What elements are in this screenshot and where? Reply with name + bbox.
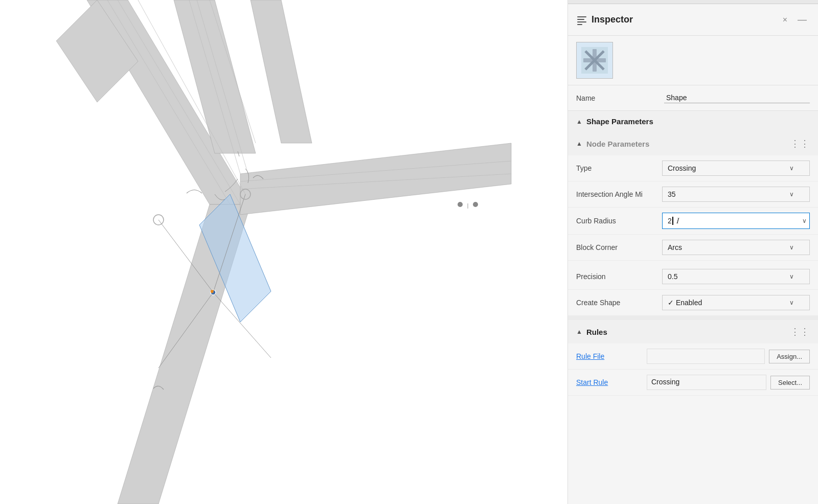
assign-rule-file-button[interactable]: Assign... [769,350,810,363]
svg-rect-30 [577,21,586,22]
rules-section: Rule File Assign... Start Rule Crossing … [568,343,818,396]
svg-rect-31 [577,24,582,25]
create-shape-label: Create Shape [576,299,658,307]
type-dropdown-arrow: ∨ [789,165,794,172]
thumbnail-area [568,36,818,85]
i-beam-cursor: 𝐼 [676,216,679,225]
node-parameters-section: Type Crossing ∨ Intersection Angle Mi 35… [568,155,818,316]
block-corner-arrow: ∨ [789,244,794,251]
svg-point-25 [473,202,478,207]
inspector-panel-icon [576,14,587,26]
intersection-angle-value: 35 [668,190,676,198]
node-parameters-chevron: ▲ [576,140,582,147]
inspector-close-button[interactable]: × [780,14,790,26]
shape-parameters-chevron: ▲ [576,118,582,125]
panel-top-bar [568,0,818,4]
canvas-area[interactable] [0,0,567,504]
curb-radius-dropdown-arrow: ∨ [802,217,807,224]
inspector-panel: Inspector × — Name ▲ Shape Parameters [567,0,818,504]
type-dropdown[interactable]: Crossing ∨ [662,161,810,176]
name-input[interactable] [664,93,810,103]
inspector-header: Inspector × — [568,4,818,36]
svg-rect-28 [577,16,586,17]
node-parameters-title: Node Parameters [586,140,649,148]
canvas-svg [0,0,567,504]
precision-dropdown-btn[interactable]: 0.5 ∨ [662,269,810,284]
create-shape-value: ✓ Enabled [668,299,702,307]
start-rule-label[interactable]: Start Rule [576,378,643,386]
curb-radius-control[interactable]: 2 𝐼 ∨ [662,213,810,229]
crossing-thumbnail-icon [581,47,608,74]
precision-param-row: Precision 0.5 ∨ [568,264,818,290]
block-corner-dropdown[interactable]: Arcs ∨ [662,240,810,255]
name-row: Name [568,85,818,111]
inspector-minimize-button[interactable]: — [794,13,810,26]
start-rule-value: Crossing [647,375,766,390]
curb-radius-label: Curb Radius [576,217,658,225]
svg-rect-29 [577,19,584,20]
curb-radius-param-row: Curb Radius 2 𝐼 ∨ [568,208,818,235]
rule-file-label[interactable]: Rule File [576,352,643,360]
create-shape-param-row: Create Shape ✓ Enabled ∨ [568,290,818,316]
type-dropdown-btn[interactable]: Crossing ∨ [662,161,810,176]
spacer-2 [568,316,818,320]
create-shape-dropdown-btn[interactable]: ✓ Enabled ∨ [662,295,810,310]
curb-radius-input-display[interactable]: 2 𝐼 [662,213,810,229]
type-param-label: Type [576,164,658,172]
curb-radius-value: 2 [668,217,672,225]
shape-thumbnail [576,42,613,79]
rule-file-value [647,349,765,364]
create-shape-arrow: ∨ [789,299,794,306]
start-rule-row: Start Rule Crossing Select... [568,370,818,396]
create-shape-dropdown[interactable]: ✓ Enabled ∨ [662,295,810,310]
select-start-rule-button[interactable]: Select... [770,376,810,390]
node-parameters-options-icon[interactable]: ⋮⋮ [790,138,810,149]
intersection-angle-dropdown[interactable]: 35 ∨ [662,187,810,202]
shape-parameters-title: Shape Parameters [586,117,653,126]
text-cursor-icon [672,217,673,225]
precision-arrow: ∨ [789,273,794,280]
block-corner-value: Arcs [668,243,682,251]
intersection-angle-arrow: ∨ [789,191,794,198]
precision-value: 0.5 [668,272,677,281]
inspector-title: Inspector [592,14,776,25]
svg-point-24 [458,202,463,207]
type-value: Crossing [668,164,696,172]
rules-header[interactable]: ▲ Rules ⋮⋮ [568,320,818,343]
block-corner-param-row: Block Corner Arcs ∨ [568,235,818,261]
precision-label: Precision [576,272,658,281]
type-param-row: Type Crossing ∨ [568,155,818,181]
rules-options-icon[interactable]: ⋮⋮ [790,326,810,337]
intersection-angle-label: Intersection Angle Mi [576,190,658,198]
rules-title: Rules [586,328,607,336]
shape-parameters-header[interactable]: ▲ Shape Parameters [568,111,818,132]
block-corner-label: Block Corner [576,243,658,251]
rules-chevron: ▲ [576,328,582,335]
intersection-angle-dropdown-btn[interactable]: 35 ∨ [662,187,810,202]
rule-file-row: Rule File Assign... [568,343,818,370]
node-parameters-header[interactable]: ▲ Node Parameters ⋮⋮ [568,132,818,155]
block-corner-dropdown-btn[interactable]: Arcs ∨ [662,240,810,255]
name-label: Name [576,94,658,102]
intersection-angle-param-row: Intersection Angle Mi 35 ∨ [568,181,818,208]
precision-dropdown[interactable]: 0.5 ∨ [662,269,810,284]
